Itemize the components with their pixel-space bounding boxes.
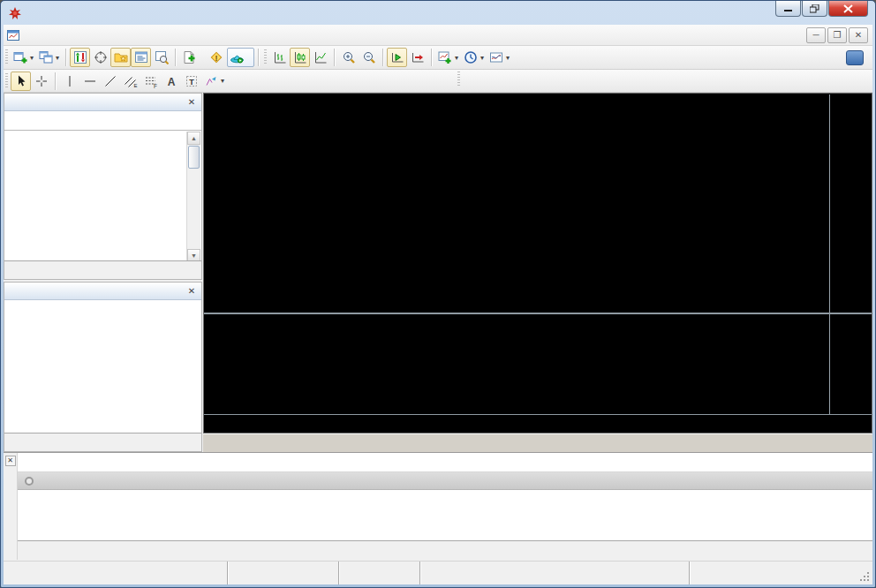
svg-text:A: A [167,75,175,87]
balance-summary [18,477,712,486]
navigator-tabs [4,433,201,451]
scrollbar-thumb[interactable] [188,146,200,169]
trendline-tool-button[interactable] [100,72,120,91]
auto-scroll-button[interactable] [387,48,407,67]
navigator-header[interactable]: ✕ [4,283,201,300]
status-help [4,562,227,584]
new-chart-button[interactable]: ▾ [11,48,36,67]
toolbar-separator [431,49,432,66]
horizontal-line-tool-button[interactable] [79,72,100,91]
toolbar-grip[interactable] [5,73,8,89]
chevron-down-icon: ▾ [30,54,34,62]
line-chart-button[interactable] [310,48,330,67]
market-watch-column-headers [4,111,201,131]
terminal-empty-area[interactable] [18,490,872,540]
periods-dropdown-button[interactable]: ▾ [461,48,487,67]
mdi-window-buttons: ─ ❐ ✕ [804,27,872,43]
toolbar-separator [382,49,383,66]
status-bar [4,561,872,584]
time-axis[interactable] [204,414,872,433]
zoom-out-button[interactable] [359,48,379,67]
bar-chart-button[interactable] [269,48,290,67]
ac-indicator-scale[interactable] [829,314,872,414]
mdi-close-icon[interactable]: ✕ [849,27,868,43]
new-order-button[interactable] [179,48,206,67]
text-label-tool-button[interactable]: T [181,72,201,91]
chart-tabs-bar [203,433,872,452]
templates-dropdown-button[interactable]: ▾ [487,48,512,67]
navigator-tree [4,300,201,433]
strategy-tester-button[interactable] [151,48,171,67]
close-button[interactable] [828,1,868,17]
toolbar-separator [65,49,66,66]
terminal-tabs [18,540,872,560]
mdi-minimize-icon[interactable]: ─ [806,27,826,43]
expert-advisors-button[interactable] [227,48,254,67]
minimize-button[interactable] [775,1,801,17]
indicators-dropdown-button[interactable]: ▾ [435,48,461,67]
market-watch-tabs [4,260,201,279]
ac-indicator-svg[interactable] [204,314,831,414]
data-window-button[interactable] [90,48,110,67]
navigator-toggle-button[interactable] [110,48,131,67]
text-tool-button[interactable]: A [161,72,181,91]
equidistant-channel-tool-button[interactable]: E [120,72,140,91]
market-watch-panel: ✕ ▲ ▼ [4,93,202,280]
chevron-down-icon: ▾ [455,54,458,62]
vertical-line-tool-button[interactable] [59,72,79,91]
client-area: ─ ❐ ✕ ▾ ▾ ! [4,25,872,584]
market-watch-toggle-button[interactable] [70,48,90,67]
restore-button[interactable] [802,1,827,17]
arrows-tool-button[interactable]: ▾ [201,72,227,91]
toolbar-separator [258,49,259,66]
price-scale[interactable] [829,94,872,313]
svg-text:!: ! [215,54,218,63]
profiles-button[interactable]: ▾ [36,48,62,67]
chevron-down-icon: ▾ [480,54,484,62]
close-icon[interactable]: ✕ [185,285,198,298]
app-icon [8,6,22,20]
menu-bar: ─ ❐ ✕ [4,25,872,46]
toolbar-grip[interactable] [5,49,8,65]
chevron-down-icon: ▾ [56,54,59,62]
autotrading-alert-icon[interactable]: ! [206,48,227,67]
balance-row[interactable] [18,472,872,490]
toolbar-separator [55,72,56,90]
status-connection [689,562,857,584]
notification-badge[interactable] [846,50,864,65]
market-watch-scrollbar[interactable]: ▲ ▼ [186,132,200,262]
standard-toolbar: ▾ ▾ ! ▾ ▾ ▾ [4,46,872,70]
candlestick-chart-button[interactable] [290,48,310,67]
screen: ─ ❐ ✕ ▾ ▾ ! [0,0,876,588]
market-watch-rows [4,131,201,261]
one-click-trading-button[interactable] [227,562,338,584]
scroll-up-icon[interactable]: ▲ [187,132,200,145]
workspace: ✕ ▲ ▼ ✕ [4,93,872,452]
status-empty-cell [338,562,419,584]
close-icon[interactable]: ✕ [185,96,198,109]
price-chart-svg[interactable] [204,94,831,313]
chart-window-icon[interactable] [4,28,23,42]
chart-zone [203,93,872,452]
chevron-down-icon: ▾ [506,54,510,62]
navigator-panel: ✕ [4,282,202,452]
status-spacer [419,562,689,584]
fibonacci-tool-button[interactable]: F [140,72,161,91]
close-icon[interactable]: ✕ [5,456,16,466]
market-watch-header[interactable]: ✕ [4,94,201,111]
toolbar-grip[interactable] [264,49,267,65]
svg-text:E: E [133,83,137,88]
chart-window[interactable] [203,93,872,433]
terminal-panel: ✕ [4,452,872,560]
terminal-side-strip: ✕ [4,453,18,560]
chart-shift-button[interactable] [407,48,427,67]
toolbar-grip[interactable] [457,72,460,87]
cursor-tool-button[interactable] [11,72,31,91]
terminal-toggle-button[interactable] [131,48,151,67]
resize-grip[interactable] [857,562,872,584]
zoom-in-button[interactable] [338,48,359,67]
chevron-down-icon: ▾ [221,77,224,85]
mdi-restore-icon[interactable]: ❐ [827,27,847,43]
titlebar[interactable] [1,1,875,25]
crosshair-tool-button[interactable] [31,72,51,91]
